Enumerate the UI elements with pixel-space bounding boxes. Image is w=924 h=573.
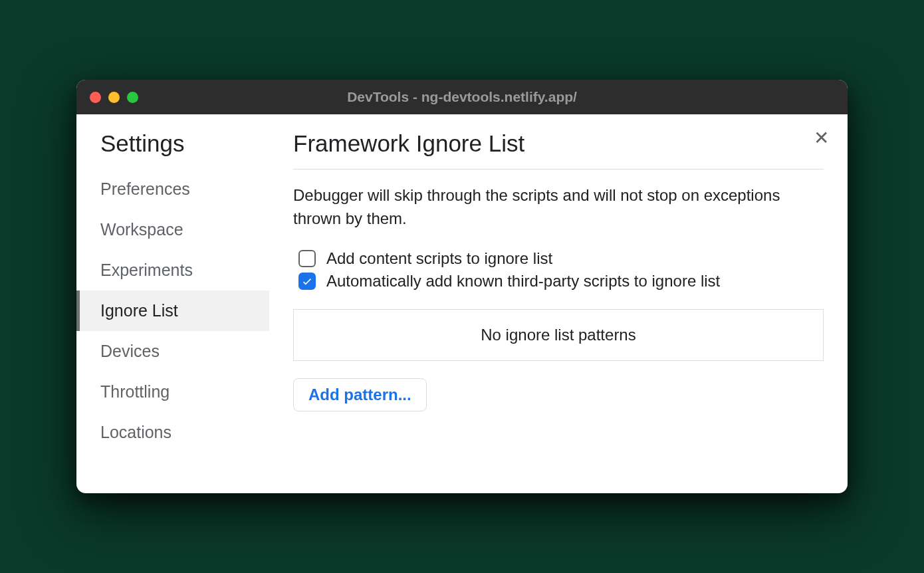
devtools-settings-window: DevTools - ng-devtools.netlify.app/ ✕ Se… xyxy=(76,80,848,493)
page-title: Framework Ignore List xyxy=(293,130,824,170)
sidebar-item-label: Experiments xyxy=(100,261,193,279)
sidebar-item-label: Preferences xyxy=(100,179,190,198)
checkbox-label: Add content scripts to ignore list xyxy=(326,249,552,268)
patterns-empty-text: No ignore list patterns xyxy=(481,326,635,344)
sidebar-item-label: Locations xyxy=(100,423,172,441)
window-maximize-button[interactable] xyxy=(127,92,138,103)
add-pattern-label: Add pattern... xyxy=(308,386,411,403)
sidebar-item-ignore-list[interactable]: Ignore List xyxy=(76,290,269,331)
sidebar-item-workspace[interactable]: Workspace xyxy=(76,209,269,250)
sidebar-item-label: Throttling xyxy=(100,382,170,401)
sidebar-item-label: Ignore List xyxy=(100,301,178,320)
settings-content: ✕ Settings Preferences Workspace Experim… xyxy=(76,114,848,493)
ignore-list-patterns-box: No ignore list patterns xyxy=(293,309,824,361)
traffic-lights xyxy=(90,92,138,103)
checkbox-content-scripts[interactable] xyxy=(298,250,316,267)
checkbox-row-third-party[interactable]: Automatically add known third-party scri… xyxy=(293,272,824,290)
settings-sidebar: Settings Preferences Workspace Experimen… xyxy=(76,114,269,493)
sidebar-title: Settings xyxy=(76,130,269,169)
checkbox-third-party[interactable] xyxy=(298,273,316,290)
sidebar-item-throttling[interactable]: Throttling xyxy=(76,372,269,412)
window-titlebar: DevTools - ng-devtools.netlify.app/ xyxy=(76,80,848,114)
checkmark-icon xyxy=(301,275,313,287)
sidebar-item-label: Devices xyxy=(100,342,160,360)
window-minimize-button[interactable] xyxy=(108,92,120,103)
close-icon[interactable]: ✕ xyxy=(814,129,829,148)
checkbox-row-content-scripts[interactable]: Add content scripts to ignore list xyxy=(293,249,824,268)
settings-main-panel: Framework Ignore List Debugger will skip… xyxy=(269,114,848,493)
checkbox-label: Automatically add known third-party scri… xyxy=(326,272,720,290)
add-pattern-button[interactable]: Add pattern... xyxy=(293,378,427,411)
window-close-button[interactable] xyxy=(90,92,101,103)
page-description: Debugger will skip through the scripts a… xyxy=(293,184,824,231)
sidebar-item-devices[interactable]: Devices xyxy=(76,331,269,372)
window-title: DevTools - ng-devtools.netlify.app/ xyxy=(347,89,577,105)
sidebar-item-experiments[interactable]: Experiments xyxy=(76,250,269,290)
sidebar-item-label: Workspace xyxy=(100,220,183,239)
sidebar-item-locations[interactable]: Locations xyxy=(76,412,269,453)
sidebar-item-preferences[interactable]: Preferences xyxy=(76,169,269,209)
